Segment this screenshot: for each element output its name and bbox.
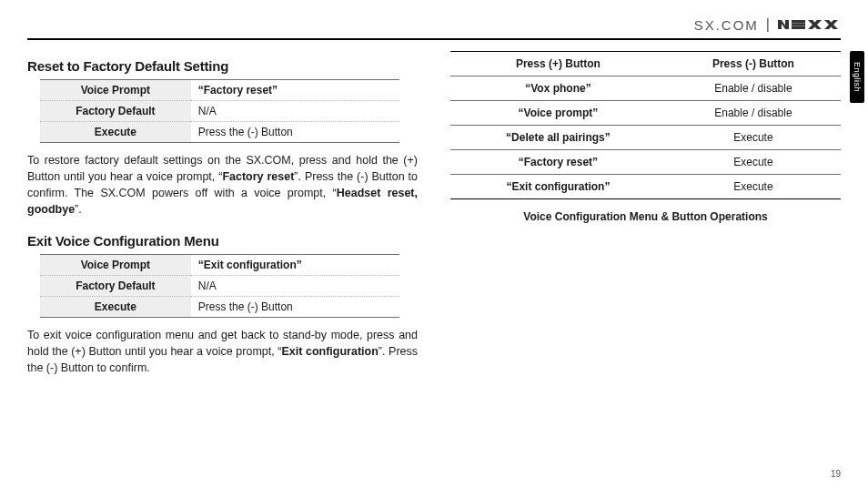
- cell-val: Press the (-) Button: [191, 296, 399, 317]
- cell-action: Enable / disable: [666, 101, 841, 126]
- nexx-logo-icon: [777, 17, 841, 32]
- table-row: Factory Default N/A: [40, 275, 399, 296]
- language-tab: English: [850, 51, 864, 103]
- header-bar: SX.COM |: [27, 16, 841, 40]
- cell-prompt: “Delete all pairings”: [450, 126, 666, 150]
- exit-config-table: Voice Prompt “Exit configuration” Factor…: [40, 254, 399, 318]
- cell-val: “Exit configuration”: [191, 254, 399, 275]
- brand-text: SX.COM: [694, 17, 759, 33]
- section-heading-exit-config: Exit Voice Configuration Menu: [27, 233, 418, 249]
- table-row: “Vox phone” Enable / disable: [450, 76, 841, 101]
- col-header-plus: Press (+) Button: [450, 52, 666, 76]
- cell-action: Execute: [666, 175, 841, 199]
- table-row: Execute Press the (-) Button: [40, 122, 399, 143]
- factory-reset-table: Voice Prompt “Factory reset” Factory Def…: [40, 79, 399, 143]
- table-row: Execute Press the (-) Button: [40, 296, 399, 317]
- table-row: “Delete all pairings” Execute: [450, 126, 841, 150]
- table-row: “Factory reset” Execute: [450, 150, 841, 175]
- cell-key: Voice Prompt: [40, 254, 191, 275]
- cell-val: “Factory reset”: [191, 80, 399, 101]
- cell-prompt: “Vox phone”: [450, 76, 666, 101]
- table-header-row: Press (+) Button Press (-) Button: [450, 52, 841, 76]
- svg-rect-2: [792, 26, 805, 29]
- section-heading-factory-reset: Reset to Factory Default Setting: [27, 58, 418, 74]
- svg-rect-0: [792, 20, 805, 23]
- cell-prompt: “Voice prompt”: [450, 101, 666, 126]
- right-column: Press (+) Button Press (-) Button “Vox p…: [450, 51, 841, 391]
- cell-action: Execute: [666, 126, 841, 150]
- cell-key: Factory Default: [40, 101, 191, 122]
- col-header-minus: Press (-) Button: [666, 52, 841, 76]
- button-operations-table: Press (+) Button Press (-) Button “Vox p…: [450, 51, 841, 199]
- table-row: “Exit configuration” Execute: [450, 175, 841, 199]
- table-row: Voice Prompt “Factory reset”: [40, 80, 399, 101]
- factory-reset-paragraph: To restore factory default settings on t…: [27, 152, 418, 219]
- cell-key: Factory Default: [40, 275, 191, 296]
- cell-action: Execute: [666, 150, 841, 175]
- brand-separator: |: [766, 16, 770, 33]
- table-row: Factory Default N/A: [40, 101, 399, 122]
- cell-key: Voice Prompt: [40, 80, 191, 101]
- svg-rect-1: [792, 23, 805, 25]
- cell-action: Enable / disable: [666, 76, 841, 101]
- table-row: “Voice prompt” Enable / disable: [450, 101, 841, 126]
- page: SX.COM | English Reset to Factory Defaul…: [0, 0, 868, 488]
- cell-val: N/A: [191, 101, 399, 122]
- table-caption: Voice Configuration Menu & Button Operat…: [450, 210, 841, 223]
- cell-prompt: “Exit configuration”: [450, 175, 666, 199]
- exit-config-paragraph: To exit voice configuration menu and get…: [27, 327, 418, 376]
- cell-key: Execute: [40, 296, 191, 317]
- cell-key: Execute: [40, 122, 191, 143]
- cell-prompt: “Factory reset”: [450, 150, 666, 175]
- cell-val: N/A: [191, 275, 399, 296]
- page-number: 19: [831, 469, 841, 479]
- table-row: Voice Prompt “Exit configuration”: [40, 254, 399, 275]
- left-column: Reset to Factory Default Setting Voice P…: [27, 51, 418, 391]
- content-columns: Reset to Factory Default Setting Voice P…: [27, 51, 841, 391]
- cell-val: Press the (-) Button: [191, 122, 399, 143]
